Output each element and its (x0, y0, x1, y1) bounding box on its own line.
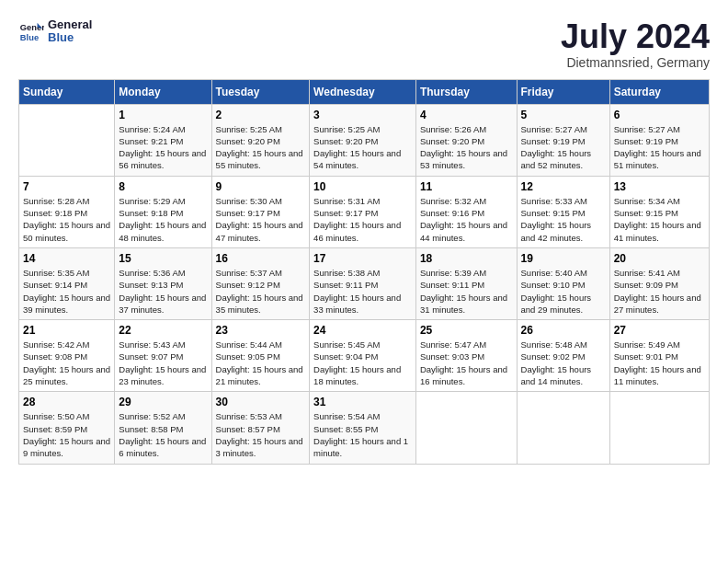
day-info: Sunrise: 5:34 AM Sunset: 9:15 PM Dayligh… (614, 195, 705, 244)
day-number: 31 (313, 396, 412, 408)
day-cell: 2 Sunrise: 5:25 AM Sunset: 9:20 PM Dayli… (211, 104, 310, 176)
sunrise: Sunrise: 5:32 AM (420, 196, 486, 206)
day-info: Sunrise: 5:33 AM Sunset: 9:15 PM Dayligh… (521, 195, 606, 244)
day-number: 30 (216, 396, 306, 408)
day-info: Sunrise: 5:52 AM Sunset: 8:58 PM Dayligh… (119, 410, 207, 459)
day-cell: 13 Sunrise: 5:34 AM Sunset: 9:15 PM Dayl… (609, 176, 709, 247)
day-cell: 7 Sunrise: 5:28 AM Sunset: 9:18 PM Dayli… (19, 176, 115, 247)
sunset: Sunset: 8:57 PM (216, 424, 280, 434)
sunset: Sunset: 9:07 PM (119, 351, 183, 362)
day-cell: 31 Sunrise: 5:54 AM Sunset: 8:55 PM Dayl… (310, 392, 416, 464)
daylight: Daylight: 15 hours and 14 minutes. (521, 364, 592, 386)
day-info: Sunrise: 5:38 AM Sunset: 9:11 PM Dayligh… (313, 267, 412, 316)
sunset: Sunset: 9:01 PM (614, 351, 678, 362)
day-cell: 11 Sunrise: 5:32 AM Sunset: 9:16 PM Dayl… (415, 176, 517, 247)
sunset: Sunset: 9:14 PM (23, 280, 87, 290)
daylight: Daylight: 15 hours and 42 minutes. (521, 220, 592, 242)
day-cell: 3 Sunrise: 5:25 AM Sunset: 9:20 PM Dayli… (310, 104, 416, 176)
sunrise: Sunrise: 5:25 AM (216, 124, 282, 134)
day-cell: 25 Sunrise: 5:47 AM Sunset: 9:03 PM Dayl… (415, 320, 517, 392)
daylight: Daylight: 15 hours and 52 minutes. (521, 148, 592, 170)
day-number: 16 (216, 252, 306, 265)
sunset: Sunset: 9:20 PM (216, 136, 280, 146)
day-info: Sunrise: 5:35 AM Sunset: 9:14 PM Dayligh… (23, 267, 110, 316)
day-cell: 26 Sunrise: 5:48 AM Sunset: 9:02 PM Dayl… (517, 320, 609, 392)
day-number: 24 (313, 324, 412, 337)
daylight: Daylight: 15 hours and 6 minutes. (119, 436, 206, 458)
daylight: Daylight: 15 hours and 46 minutes. (313, 220, 401, 242)
daylight: Daylight: 15 hours and 33 minutes. (313, 293, 401, 315)
day-cell: 4 Sunrise: 5:26 AM Sunset: 9:20 PM Dayli… (415, 104, 517, 176)
day-cell: 14 Sunrise: 5:35 AM Sunset: 9:14 PM Dayl… (19, 247, 115, 319)
day-number: 21 (23, 324, 110, 337)
day-number: 2 (216, 109, 306, 121)
day-number: 14 (23, 252, 110, 265)
location: Dietmannsried, Germany (561, 55, 710, 70)
weekday-header-saturday: Saturday (609, 79, 709, 104)
logo-general: General (48, 17, 92, 31)
week-row-3: 14 Sunrise: 5:35 AM Sunset: 9:14 PM Dayl… (19, 247, 710, 319)
daylight: Daylight: 15 hours and 39 minutes. (23, 293, 110, 315)
svg-text:Blue: Blue (20, 34, 39, 43)
day-cell: 30 Sunrise: 5:53 AM Sunset: 8:57 PM Dayl… (211, 392, 310, 464)
day-number: 1 (119, 109, 207, 121)
sunset: Sunset: 9:15 PM (614, 208, 678, 218)
day-number: 29 (119, 396, 207, 408)
day-cell: 29 Sunrise: 5:52 AM Sunset: 8:58 PM Dayl… (115, 392, 211, 464)
day-number: 8 (119, 180, 207, 193)
sunset: Sunset: 9:16 PM (420, 208, 484, 218)
weekday-header-row: SundayMondayTuesdayWednesdayThursdayFrid… (19, 79, 710, 104)
day-info: Sunrise: 5:31 AM Sunset: 9:17 PM Dayligh… (313, 195, 412, 244)
daylight: Daylight: 15 hours and 37 minutes. (119, 293, 206, 315)
sunrise: Sunrise: 5:50 AM (23, 411, 89, 421)
sunset: Sunset: 9:18 PM (23, 208, 87, 218)
day-number: 28 (23, 396, 110, 408)
calendar-table: SundayMondayTuesdayWednesdayThursdayFrid… (18, 79, 710, 465)
day-number: 17 (313, 252, 412, 265)
day-info: Sunrise: 5:28 AM Sunset: 9:18 PM Dayligh… (23, 195, 110, 244)
day-cell: 19 Sunrise: 5:40 AM Sunset: 9:10 PM Dayl… (517, 247, 609, 319)
day-info: Sunrise: 5:44 AM Sunset: 9:05 PM Dayligh… (216, 339, 306, 387)
day-cell: 1 Sunrise: 5:24 AM Sunset: 9:21 PM Dayli… (115, 104, 211, 176)
weekday-header-wednesday: Wednesday (310, 79, 416, 104)
day-cell: 21 Sunrise: 5:42 AM Sunset: 9:08 PM Dayl… (19, 320, 115, 392)
daylight: Daylight: 15 hours and 16 minutes. (420, 364, 507, 386)
day-number: 27 (614, 324, 705, 337)
sunrise: Sunrise: 5:37 AM (216, 268, 282, 278)
week-row-1: 1 Sunrise: 5:24 AM Sunset: 9:21 PM Dayli… (19, 104, 710, 176)
daylight: Daylight: 15 hours and 56 minutes. (119, 148, 206, 170)
sunrise: Sunrise: 5:24 AM (119, 124, 185, 134)
day-cell: 10 Sunrise: 5:31 AM Sunset: 9:17 PM Dayl… (310, 176, 416, 247)
sunset: Sunset: 9:21 PM (119, 136, 183, 146)
daylight: Daylight: 15 hours and 23 minutes. (119, 364, 206, 386)
day-cell: 22 Sunrise: 5:43 AM Sunset: 9:07 PM Dayl… (115, 320, 211, 392)
daylight: Daylight: 15 hours and 48 minutes. (119, 220, 206, 242)
day-cell: 9 Sunrise: 5:30 AM Sunset: 9:17 PM Dayli… (211, 176, 310, 247)
day-info: Sunrise: 5:27 AM Sunset: 9:19 PM Dayligh… (521, 123, 606, 172)
sunrise: Sunrise: 5:49 AM (614, 339, 680, 350)
day-number: 19 (521, 252, 606, 265)
sunrise: Sunrise: 5:28 AM (23, 196, 89, 206)
day-cell: 6 Sunrise: 5:27 AM Sunset: 9:19 PM Dayli… (609, 104, 709, 176)
sunrise: Sunrise: 5:38 AM (313, 268, 380, 278)
day-cell: 16 Sunrise: 5:37 AM Sunset: 9:12 PM Dayl… (211, 247, 310, 319)
day-number: 6 (614, 109, 705, 121)
daylight: Daylight: 15 hours and 31 minutes. (420, 293, 507, 315)
daylight: Daylight: 15 hours and 3 minutes. (216, 436, 303, 458)
day-cell: 20 Sunrise: 5:41 AM Sunset: 9:09 PM Dayl… (609, 247, 709, 319)
daylight: Daylight: 15 hours and 29 minutes. (521, 293, 592, 315)
page-header: General Blue General Blue July 2024 Diet… (18, 18, 710, 70)
day-info: Sunrise: 5:36 AM Sunset: 9:13 PM Dayligh… (119, 267, 207, 316)
day-number: 13 (614, 180, 705, 193)
day-cell: 23 Sunrise: 5:44 AM Sunset: 9:05 PM Dayl… (211, 320, 310, 392)
day-number: 20 (614, 252, 705, 265)
daylight: Daylight: 15 hours and 50 minutes. (23, 220, 110, 242)
sunset: Sunset: 9:05 PM (216, 351, 280, 362)
sunset: Sunset: 9:11 PM (313, 280, 378, 290)
sunrise: Sunrise: 5:40 AM (521, 268, 587, 278)
sunrise: Sunrise: 5:54 AM (313, 411, 380, 421)
weekday-header-monday: Monday (115, 79, 211, 104)
sunrise: Sunrise: 5:29 AM (119, 196, 185, 206)
day-info: Sunrise: 5:32 AM Sunset: 9:16 PM Dayligh… (420, 195, 513, 244)
daylight: Daylight: 15 hours and 55 minutes. (216, 148, 303, 170)
